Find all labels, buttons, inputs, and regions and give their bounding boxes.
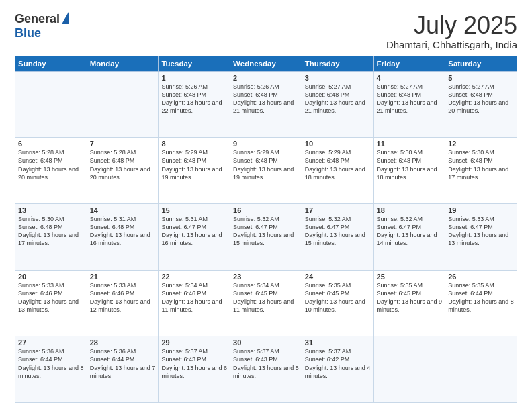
calendar-header-row: Sunday Monday Tuesday Wednesday Thursday… bbox=[15, 56, 517, 71]
col-tuesday: Tuesday bbox=[159, 56, 230, 71]
table-cell: 18Sunrise: 5:32 AMSunset: 6:47 PMDayligh… bbox=[373, 203, 445, 270]
cell-text: Sunrise: 5:33 AMSunset: 6:47 PMDaylight:… bbox=[448, 216, 508, 246]
col-sunday: Sunday bbox=[15, 56, 87, 71]
day-number: 23 bbox=[233, 273, 299, 281]
cell-text: Sunrise: 5:26 AMSunset: 6:48 PMDaylight:… bbox=[161, 83, 222, 114]
cell-text: Sunrise: 5:35 AMSunset: 6:44 PMDaylight:… bbox=[448, 282, 514, 313]
month-title: July 2025 bbox=[386, 12, 517, 39]
table-cell: 12Sunrise: 5:30 AMSunset: 6:48 PMDayligh… bbox=[445, 138, 517, 204]
cell-text: Sunrise: 5:32 AMSunset: 6:47 PMDaylight:… bbox=[305, 216, 365, 246]
day-number: 21 bbox=[90, 273, 156, 281]
cell-text: Sunrise: 5:28 AMSunset: 6:48 PMDaylight:… bbox=[18, 149, 79, 180]
cell-text: Sunrise: 5:29 AMSunset: 6:48 PMDaylight:… bbox=[161, 149, 222, 180]
day-number: 14 bbox=[90, 206, 156, 214]
table-cell: 23Sunrise: 5:34 AMSunset: 6:45 PMDayligh… bbox=[230, 270, 302, 336]
calendar: Sunday Monday Tuesday Wednesday Thursday… bbox=[15, 56, 517, 403]
day-number: 31 bbox=[305, 338, 371, 347]
table-cell: 28Sunrise: 5:36 AMSunset: 6:44 PMDayligh… bbox=[87, 336, 159, 403]
table-cell: 10Sunrise: 5:29 AMSunset: 6:48 PMDayligh… bbox=[302, 138, 373, 204]
calendar-week-4: 20Sunrise: 5:33 AMSunset: 6:46 PMDayligh… bbox=[15, 270, 517, 336]
day-number: 9 bbox=[233, 140, 299, 148]
day-number: 19 bbox=[448, 206, 514, 214]
cell-text: Sunrise: 5:28 AMSunset: 6:48 PMDaylight:… bbox=[90, 149, 150, 180]
day-number: 11 bbox=[377, 140, 443, 148]
day-number: 26 bbox=[448, 273, 514, 281]
day-number: 7 bbox=[90, 140, 156, 148]
page: General Blue July 2025 Dhamtari, Chhatti… bbox=[0, 0, 532, 411]
table-cell: 26Sunrise: 5:35 AMSunset: 6:44 PMDayligh… bbox=[445, 270, 517, 336]
day-number: 18 bbox=[377, 206, 443, 214]
cell-text: Sunrise: 5:30 AMSunset: 6:48 PMDaylight:… bbox=[448, 149, 508, 180]
cell-text: Sunrise: 5:34 AMSunset: 6:45 PMDaylight:… bbox=[233, 282, 294, 313]
cell-text: Sunrise: 5:33 AMSunset: 6:46 PMDaylight:… bbox=[90, 282, 150, 313]
day-number: 30 bbox=[233, 338, 299, 347]
table-cell: 11Sunrise: 5:30 AMSunset: 6:48 PMDayligh… bbox=[373, 138, 445, 204]
calendar-week-1: 1Sunrise: 5:26 AMSunset: 6:48 PMDaylight… bbox=[15, 71, 517, 138]
col-monday: Monday bbox=[87, 56, 159, 71]
day-number: 22 bbox=[161, 273, 227, 281]
cell-text: Sunrise: 5:30 AMSunset: 6:48 PMDaylight:… bbox=[377, 149, 437, 180]
calendar-week-5: 27Sunrise: 5:36 AMSunset: 6:44 PMDayligh… bbox=[15, 336, 517, 403]
table-cell: 20Sunrise: 5:33 AMSunset: 6:46 PMDayligh… bbox=[15, 270, 87, 336]
day-number: 1 bbox=[161, 74, 227, 82]
table-cell: 16Sunrise: 5:32 AMSunset: 6:47 PMDayligh… bbox=[230, 203, 302, 270]
day-number: 4 bbox=[377, 74, 443, 82]
table-cell: 13Sunrise: 5:30 AMSunset: 6:48 PMDayligh… bbox=[15, 203, 87, 270]
col-thursday: Thursday bbox=[302, 56, 373, 71]
day-number: 16 bbox=[233, 206, 299, 214]
table-cell: 4Sunrise: 5:27 AMSunset: 6:48 PMDaylight… bbox=[373, 71, 445, 138]
table-cell: 17Sunrise: 5:32 AMSunset: 6:47 PMDayligh… bbox=[302, 203, 373, 270]
cell-text: Sunrise: 5:27 AMSunset: 6:48 PMDaylight:… bbox=[305, 83, 365, 114]
day-number: 12 bbox=[448, 140, 514, 148]
table-cell: 5Sunrise: 5:27 AMSunset: 6:48 PMDaylight… bbox=[445, 71, 517, 138]
cell-text: Sunrise: 5:35 AMSunset: 6:45 PMDaylight:… bbox=[377, 282, 443, 313]
day-number: 27 bbox=[18, 338, 84, 347]
day-number: 10 bbox=[305, 140, 371, 148]
calendar-week-3: 13Sunrise: 5:30 AMSunset: 6:48 PMDayligh… bbox=[15, 203, 517, 270]
day-number: 28 bbox=[90, 338, 156, 347]
cell-text: Sunrise: 5:37 AMSunset: 6:42 PMDaylight:… bbox=[305, 348, 371, 379]
cell-text: Sunrise: 5:34 AMSunset: 6:46 PMDaylight:… bbox=[161, 282, 222, 313]
day-number: 24 bbox=[305, 273, 371, 281]
table-cell: 15Sunrise: 5:31 AMSunset: 6:47 PMDayligh… bbox=[159, 203, 230, 270]
location: Dhamtari, Chhattisgarh, India bbox=[386, 39, 517, 50]
table-cell: 6Sunrise: 5:28 AMSunset: 6:48 PMDaylight… bbox=[15, 138, 87, 204]
cell-text: Sunrise: 5:36 AMSunset: 6:44 PMDaylight:… bbox=[90, 348, 156, 379]
table-cell bbox=[373, 336, 445, 403]
cell-text: Sunrise: 5:37 AMSunset: 6:43 PMDaylight:… bbox=[233, 348, 299, 379]
table-cell: 1Sunrise: 5:26 AMSunset: 6:48 PMDaylight… bbox=[159, 71, 230, 138]
col-wednesday: Wednesday bbox=[230, 56, 302, 71]
table-cell: 14Sunrise: 5:31 AMSunset: 6:48 PMDayligh… bbox=[87, 203, 159, 270]
cell-text: Sunrise: 5:33 AMSunset: 6:46 PMDaylight:… bbox=[18, 282, 79, 313]
table-cell: 25Sunrise: 5:35 AMSunset: 6:45 PMDayligh… bbox=[373, 270, 445, 336]
logo-blue-text: Blue bbox=[15, 26, 41, 40]
table-cell: 30Sunrise: 5:37 AMSunset: 6:43 PMDayligh… bbox=[230, 336, 302, 403]
day-number: 3 bbox=[305, 74, 371, 82]
col-saturday: Saturday bbox=[445, 56, 517, 71]
table-cell bbox=[87, 71, 159, 138]
cell-text: Sunrise: 5:37 AMSunset: 6:43 PMDaylight:… bbox=[161, 348, 227, 379]
header: General Blue July 2025 Dhamtari, Chhatti… bbox=[15, 12, 517, 50]
cell-text: Sunrise: 5:29 AMSunset: 6:48 PMDaylight:… bbox=[305, 149, 365, 180]
table-cell bbox=[445, 336, 517, 403]
table-cell bbox=[15, 71, 87, 138]
day-number: 25 bbox=[377, 273, 443, 281]
table-cell: 29Sunrise: 5:37 AMSunset: 6:43 PMDayligh… bbox=[159, 336, 230, 403]
day-number: 20 bbox=[18, 273, 84, 281]
table-cell: 22Sunrise: 5:34 AMSunset: 6:46 PMDayligh… bbox=[159, 270, 230, 336]
day-number: 5 bbox=[448, 74, 514, 82]
cell-text: Sunrise: 5:35 AMSunset: 6:45 PMDaylight:… bbox=[305, 282, 365, 313]
day-number: 15 bbox=[161, 206, 227, 214]
cell-text: Sunrise: 5:27 AMSunset: 6:48 PMDaylight:… bbox=[377, 83, 437, 114]
day-number: 6 bbox=[18, 140, 84, 148]
cell-text: Sunrise: 5:29 AMSunset: 6:48 PMDaylight:… bbox=[233, 149, 294, 180]
table-cell: 3Sunrise: 5:27 AMSunset: 6:48 PMDaylight… bbox=[302, 71, 373, 138]
cell-text: Sunrise: 5:31 AMSunset: 6:48 PMDaylight:… bbox=[90, 216, 150, 246]
table-cell: 31Sunrise: 5:37 AMSunset: 6:42 PMDayligh… bbox=[302, 336, 373, 403]
cell-text: Sunrise: 5:26 AMSunset: 6:48 PMDaylight:… bbox=[233, 83, 294, 114]
table-cell: 8Sunrise: 5:29 AMSunset: 6:48 PMDaylight… bbox=[159, 138, 230, 204]
day-number: 2 bbox=[233, 74, 299, 82]
cell-text: Sunrise: 5:27 AMSunset: 6:48 PMDaylight:… bbox=[448, 83, 508, 114]
cell-text: Sunrise: 5:31 AMSunset: 6:47 PMDaylight:… bbox=[161, 216, 222, 246]
table-cell: 2Sunrise: 5:26 AMSunset: 6:48 PMDaylight… bbox=[230, 71, 302, 138]
